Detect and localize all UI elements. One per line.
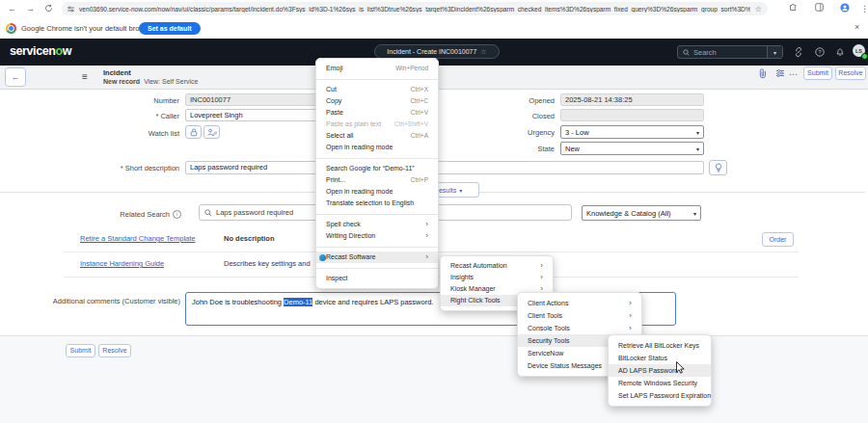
search-scope-dropdown[interactable]: ▾ bbox=[767, 46, 782, 58]
browser-toolbar: ← → ven03690.service-now.com/now/nav/ui/… bbox=[0, 0, 868, 17]
submenu-item[interactable]: Client Tools › bbox=[518, 309, 641, 322]
svg-text:?: ? bbox=[818, 49, 822, 55]
watch-list-lock-button[interactable] bbox=[185, 125, 202, 139]
submenu-arrow-icon: › bbox=[540, 273, 543, 281]
menu-separator bbox=[316, 214, 438, 215]
short-description-label: *Short description bbox=[35, 164, 179, 172]
notifications-bell-icon[interactable] bbox=[835, 47, 845, 57]
personalize-form-icon[interactable] bbox=[775, 68, 786, 79]
submit-button-footer[interactable]: Submit bbox=[66, 344, 95, 357]
submenu-item[interactable]: Retrieve All BitLocker Keys bbox=[609, 339, 711, 352]
set-as-default-button[interactable]: Set as default bbox=[139, 22, 201, 35]
context-menu-item[interactable]: Select all Ctrl+A bbox=[316, 130, 438, 142]
search-filter-select[interactable]: Knowledge & Catalog (All)▾ bbox=[582, 205, 701, 221]
context-menu-item[interactable]: Paste as plain text Ctrl+Shift+V bbox=[316, 119, 438, 130]
side-panel-icon[interactable] bbox=[815, 3, 824, 12]
help-icon[interactable]: ? bbox=[815, 47, 825, 57]
presence-indicator bbox=[861, 53, 868, 60]
servicenow-logo[interactable]: servicenow bbox=[10, 44, 71, 58]
submenu-item[interactable]: Console Tools › bbox=[518, 322, 641, 334]
context-menu-item[interactable]: Open in reading mode bbox=[316, 142, 438, 153]
number-label: Number bbox=[35, 96, 179, 105]
url-bar[interactable]: ven03690.service-now.com/now/nav/ui/clas… bbox=[62, 2, 768, 15]
submenu-arrow-icon: › bbox=[425, 252, 428, 261]
edit-watch-list-button[interactable] bbox=[203, 125, 220, 139]
edit-watch-list-icon bbox=[207, 128, 217, 137]
connect-icon[interactable] bbox=[794, 47, 803, 57]
short-description-field[interactable]: Laps password required bbox=[185, 161, 704, 174]
context-menu-item[interactable]: Translate selection to English bbox=[316, 198, 438, 209]
forward-icon[interactable]: → bbox=[26, 4, 35, 13]
form-context-menu-icon[interactable]: ≡ bbox=[82, 71, 88, 82]
browser-menu-icon[interactable]: ⋮ bbox=[860, 4, 868, 13]
submenu-item[interactable]: Client Actions › bbox=[518, 297, 641, 309]
context-menu-item[interactable]: Search Google for “Demo-11” bbox=[316, 163, 438, 174]
tab-incident-create[interactable]: Incident - Create INC0010077 ☆ bbox=[374, 44, 500, 59]
menu-separator bbox=[316, 247, 438, 248]
form-title: Incident bbox=[103, 68, 131, 77]
context-menu-item[interactable]: Emoji Win+Period bbox=[316, 63, 438, 74]
opened-field: 2025-08-21 14:38:25 bbox=[560, 93, 704, 106]
lock-icon bbox=[190, 128, 198, 137]
related-search-label: Related Searchi bbox=[96, 210, 181, 219]
submenu-arrow-icon: › bbox=[425, 231, 428, 240]
chevron-down-icon: ▾ bbox=[693, 210, 696, 217]
form-subtitle: New recordView: Self Service bbox=[103, 78, 198, 85]
submenu-item[interactable]: Set LAPS Password Expiration bbox=[609, 389, 711, 402]
profile-avatar-icon[interactable] bbox=[840, 3, 850, 13]
security-tools-submenu: Retrieve All BitLocker Keys BitLocker St… bbox=[608, 334, 712, 407]
submenu-arrow-icon: › bbox=[629, 299, 632, 307]
submenu-item[interactable]: Recast Automation › bbox=[441, 260, 553, 272]
favorite-star-icon[interactable]: ☆ bbox=[480, 48, 486, 56]
menu-separator bbox=[316, 79, 438, 80]
back-icon[interactable]: ← bbox=[8, 4, 16, 13]
result-description: No description bbox=[224, 234, 275, 243]
context-menu: Emoji Win+Period Cut Ctrl+X Copy Ctrl+C … bbox=[315, 58, 439, 289]
bookmark-star-icon[interactable]: ☆ bbox=[755, 5, 762, 13]
banner-close-icon[interactable]: × bbox=[854, 22, 859, 32]
attachment-paperclip-icon[interactable] bbox=[758, 68, 769, 79]
state-select[interactable]: New▾ bbox=[560, 142, 704, 155]
context-menu-item[interactable]: Open in reading mode bbox=[316, 186, 438, 198]
search-icon bbox=[683, 49, 690, 56]
watch-list-label: Watch list bbox=[35, 129, 179, 138]
url-text[interactable]: ven03690.service-now.com/now/nav/ui/clas… bbox=[79, 6, 750, 13]
context-menu-item[interactable]: Copy Ctrl+C bbox=[316, 95, 438, 107]
menu-separator bbox=[316, 268, 438, 269]
context-menu-item[interactable]: Print... Ctrl+P bbox=[316, 174, 438, 186]
context-menu-item[interactable]: Recast Software › bbox=[316, 251, 438, 263]
resolve-button-footer[interactable]: Resolve bbox=[98, 344, 131, 357]
context-menu-item[interactable]: Inspect bbox=[316, 273, 438, 284]
info-icon[interactable]: i bbox=[173, 210, 181, 219]
context-menu-item[interactable]: Paste Ctrl+V bbox=[316, 107, 438, 119]
global-search[interactable]: Search ▾ bbox=[677, 45, 783, 59]
submenu-arrow-icon: › bbox=[425, 220, 428, 228]
result-link[interactable]: Instance Hardening Guide bbox=[80, 259, 164, 268]
submenu-arrow-icon: › bbox=[629, 311, 632, 320]
context-menu-item[interactable]: Cut Ctrl+X bbox=[316, 84, 438, 95]
reload-icon[interactable] bbox=[44, 4, 53, 13]
context-menu-item[interactable]: Spell check › bbox=[316, 219, 438, 230]
submit-button-header[interactable]: Submit bbox=[803, 66, 832, 80]
result-link[interactable]: Retire a Standard Change Template bbox=[80, 234, 196, 243]
back-button[interactable]: ← bbox=[5, 67, 26, 87]
submenu-arrow-icon: › bbox=[629, 324, 632, 332]
mouse-cursor bbox=[676, 361, 685, 374]
suggestion-lightbulb-button[interactable] bbox=[709, 160, 727, 175]
more-options-icon[interactable]: ⋯ bbox=[789, 69, 798, 79]
submenu-item[interactable]: AD LAPS Password bbox=[609, 364, 711, 377]
closed-field bbox=[560, 109, 704, 121]
extensions-icon[interactable] bbox=[789, 3, 798, 12]
lightbulb-icon bbox=[715, 163, 722, 173]
caller-label: *Caller bbox=[35, 112, 179, 120]
context-menu-item[interactable]: Writing Direction › bbox=[316, 230, 438, 242]
chevron-down-icon: ▾ bbox=[696, 145, 699, 152]
submenu-item[interactable]: BitLocker Status bbox=[609, 352, 711, 364]
order-button[interactable]: Order bbox=[762, 232, 794, 247]
submenu-arrow-icon: › bbox=[540, 261, 543, 270]
urgency-select[interactable]: 3 - Low▾ bbox=[560, 125, 704, 139]
submenu-item[interactable]: Insights › bbox=[441, 272, 553, 283]
site-settings-icon[interactable] bbox=[68, 6, 74, 13]
resolve-button-header[interactable]: Resolve bbox=[835, 66, 866, 80]
submenu-item[interactable]: Remote Windows Security bbox=[609, 377, 711, 389]
